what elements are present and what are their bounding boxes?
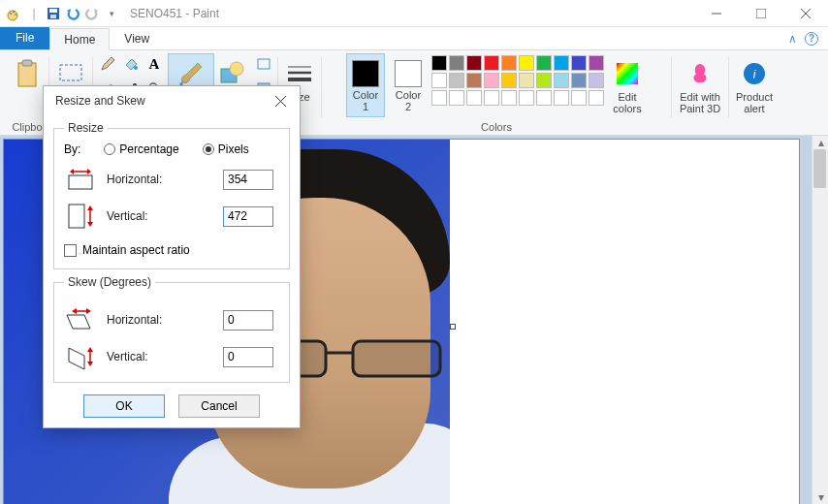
tab-file[interactable]: File	[0, 27, 49, 49]
scroll-thumb[interactable]	[813, 149, 826, 188]
minimize-button[interactable]	[694, 0, 739, 27]
scroll-up-icon[interactable]: ▴	[812, 136, 828, 149]
clipboard-icon	[12, 58, 43, 89]
dialog-close-button[interactable]	[269, 89, 292, 112]
svg-rect-13	[60, 65, 81, 80]
qat-divider: |	[25, 3, 43, 24]
color-swatch[interactable]	[536, 90, 552, 106]
dialog-title: Resize and Skew	[55, 94, 145, 108]
color-swatch[interactable]	[466, 90, 482, 106]
resize-skew-dialog: Resize and Skew Resize By: Percentage Pi…	[43, 85, 301, 428]
ok-button[interactable]: OK	[83, 394, 165, 418]
skew-v-icon	[64, 343, 97, 370]
skew-v-input[interactable]	[223, 347, 273, 367]
window-title: SENO451 - Paint	[130, 7, 219, 20]
radio-pixels[interactable]: Pixels	[203, 142, 249, 156]
rainbow-icon	[612, 58, 643, 89]
color-swatch[interactable]	[484, 55, 499, 71]
skew-h-icon	[64, 306, 97, 333]
color-swatch[interactable]	[484, 73, 499, 88]
color-swatch[interactable]	[501, 90, 517, 106]
svg-point-20	[230, 62, 243, 76]
color-swatch[interactable]	[571, 90, 587, 106]
color-swatch[interactable]	[449, 55, 464, 71]
resize-h-input[interactable]	[223, 170, 273, 190]
svg-rect-34	[69, 175, 92, 189]
tab-home[interactable]: Home	[49, 28, 110, 50]
ribbon-help-icon[interactable]: ?	[805, 32, 818, 46]
resize-v-input[interactable]	[223, 206, 273, 227]
radio-percentage[interactable]: Percentage	[104, 142, 178, 156]
svg-rect-6	[50, 15, 56, 18]
resize-v-icon	[64, 203, 97, 230]
paint3d-button[interactable]: Edit with Paint 3D	[674, 53, 726, 117]
color-swatch[interactable]	[519, 55, 534, 71]
color-swatch[interactable]	[431, 73, 447, 88]
ribbon-tabs: File Home View ∧ ?	[0, 27, 828, 50]
svg-rect-12	[22, 60, 32, 66]
resize-h-label: Horizontal:	[107, 173, 213, 186]
color-swatch[interactable]	[571, 73, 587, 88]
text-icon[interactable]: A	[143, 53, 165, 75]
color-swatch[interactable]	[589, 90, 604, 106]
color-swatch[interactable]	[431, 55, 447, 71]
resize-handle-right[interactable]	[450, 324, 456, 330]
vertical-scrollbar[interactable]: ▴ ▾	[812, 136, 828, 504]
skew-v-label: Vertical:	[107, 350, 213, 363]
maximize-button[interactable]	[739, 0, 783, 27]
svg-rect-26	[617, 63, 638, 84]
save-icon[interactable]	[45, 3, 62, 24]
skew-h-label: Horizontal:	[107, 313, 213, 327]
scroll-down-icon[interactable]: ▾	[812, 490, 828, 504]
color-swatch[interactable]	[519, 73, 534, 88]
color-swatch[interactable]	[554, 73, 569, 88]
skew-fieldset: Skew (Degrees) Horizontal: Vertical:	[53, 275, 290, 383]
color2-button[interactable]: Color 2	[389, 53, 428, 117]
paint3d-icon	[685, 58, 716, 89]
color-swatch[interactable]	[501, 55, 517, 71]
color-palette	[431, 55, 604, 106]
help-icon[interactable]: ∧	[788, 32, 797, 46]
outline-icon[interactable]	[253, 53, 274, 75]
app-icon	[6, 3, 23, 24]
color-swatch[interactable]	[554, 55, 569, 71]
maintain-aspect-checkbox[interactable]: Maintain aspect ratio	[64, 243, 190, 257]
color-swatch[interactable]	[571, 55, 587, 71]
resize-fieldset: Resize By: Percentage Pixels Horizontal:…	[53, 121, 290, 269]
color-swatch[interactable]	[589, 73, 604, 88]
tab-view[interactable]: View	[110, 27, 164, 49]
color-swatch[interactable]	[536, 55, 552, 71]
color-swatch[interactable]	[466, 73, 482, 88]
svg-rect-5	[49, 9, 57, 13]
edit-colors-button[interactable]: Edit colors	[608, 53, 647, 117]
color-swatch[interactable]	[554, 90, 569, 106]
info-icon: i	[739, 58, 770, 89]
pencil-icon[interactable]	[97, 53, 118, 75]
color-swatch[interactable]	[519, 90, 534, 106]
skew-h-input[interactable]	[223, 310, 273, 331]
svg-point-2	[13, 10, 15, 12]
color-swatch[interactable]	[501, 73, 517, 88]
undo-icon[interactable]	[64, 3, 81, 24]
close-button[interactable]	[783, 0, 828, 27]
product-alert-button[interactable]: i Product alert	[730, 53, 779, 117]
color-swatch[interactable]	[484, 90, 499, 106]
redo-icon[interactable]	[83, 3, 101, 24]
color1-swatch	[352, 60, 379, 87]
color-swatch[interactable]	[449, 73, 464, 88]
svg-point-1	[10, 12, 12, 14]
svg-rect-11	[18, 63, 36, 86]
color1-button[interactable]: Color 1	[346, 53, 385, 117]
color-swatch[interactable]	[536, 73, 552, 88]
colors-group-label: Colors	[322, 121, 671, 133]
qat-dropdown-icon[interactable]: ▾	[103, 3, 120, 24]
svg-point-14	[134, 66, 138, 70]
color-swatch[interactable]	[449, 90, 464, 106]
color-swatch[interactable]	[466, 55, 482, 71]
fill-icon[interactable]	[120, 53, 142, 75]
svg-rect-8	[756, 9, 766, 18]
color-swatch[interactable]	[589, 55, 604, 71]
color-swatch[interactable]	[431, 90, 447, 106]
cancel-button[interactable]: Cancel	[178, 394, 260, 418]
quick-access-toolbar: | ▾	[6, 3, 120, 24]
